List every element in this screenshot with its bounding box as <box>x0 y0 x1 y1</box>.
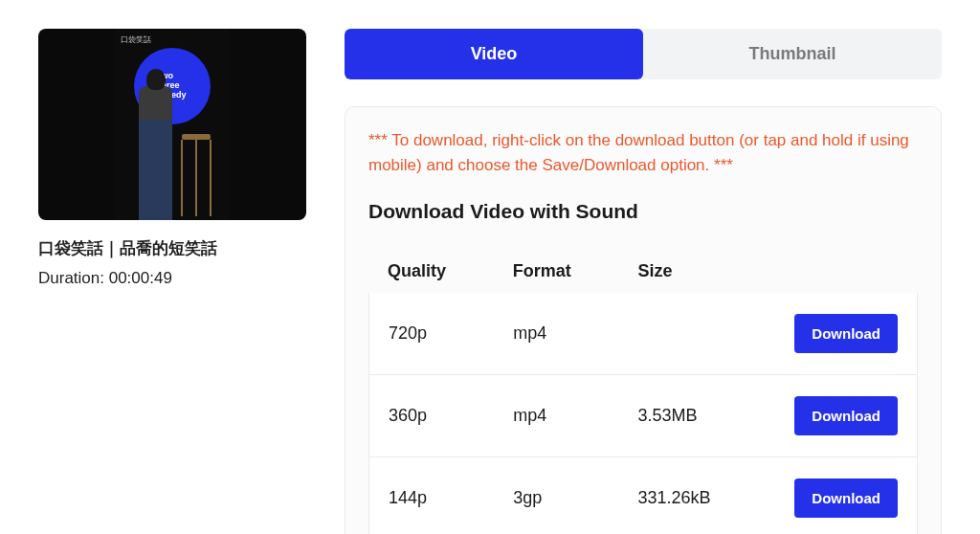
cell-format: 3gp <box>513 488 637 508</box>
col-header-quality: Quality <box>388 261 513 281</box>
section-title: Download Video with Sound <box>368 200 918 223</box>
thumbnail-person <box>139 86 172 220</box>
table-header-row: Quality Format Size <box>368 250 918 293</box>
col-header-action <box>773 261 899 281</box>
download-panel: Video Thumbnail *** To download, right-c… <box>345 29 942 534</box>
page-container: 口袋笑話 two three omedy 口袋笑話｜品喬的短笑話 <box>38 29 942 534</box>
cell-size: 3.53MB <box>638 406 773 426</box>
thumbnail-watermark: 口袋笑話 <box>121 34 151 45</box>
download-content: *** To download, right-click on the down… <box>345 106 942 534</box>
cell-size: 331.26kB <box>638 488 773 508</box>
download-table: Quality Format Size 720p mp4 Download 36… <box>368 250 918 534</box>
tabs: Video Thumbnail <box>345 29 942 79</box>
tab-video[interactable]: Video <box>345 29 643 79</box>
video-duration: Duration: 00:00:49 <box>38 269 306 288</box>
download-help-text: *** To download, right-click on the down… <box>368 128 918 179</box>
cell-quality: 144p <box>389 488 513 508</box>
tab-thumbnail[interactable]: Thumbnail <box>643 29 942 79</box>
video-info-panel: 口袋笑話 two three omedy 口袋笑話｜品喬的短笑話 <box>38 29 306 534</box>
cell-format: mp4 <box>513 406 637 426</box>
video-thumbnail[interactable]: 口袋笑話 two three omedy <box>38 29 306 220</box>
col-header-format: Format <box>513 261 638 281</box>
table-row: 144p 3gp 331.26kB Download <box>368 457 918 534</box>
cell-quality: 720p <box>389 323 513 344</box>
thumbnail-person-head <box>146 69 166 90</box>
table-row: 720p mp4 Download <box>368 293 918 375</box>
cell-quality: 360p <box>389 406 513 426</box>
col-header-size: Size <box>638 261 774 281</box>
download-button[interactable]: Download <box>794 396 898 435</box>
thumbnail-inner: 口袋笑話 two three omedy <box>115 29 230 220</box>
thumbnail-stool <box>177 134 215 220</box>
table-row: 360p mp4 3.53MB Download <box>368 375 918 457</box>
cell-format: mp4 <box>513 323 637 344</box>
download-button[interactable]: Download <box>794 314 898 353</box>
video-title: 口袋笑話｜品喬的短笑話 <box>38 237 306 259</box>
download-button[interactable]: Download <box>794 478 898 518</box>
